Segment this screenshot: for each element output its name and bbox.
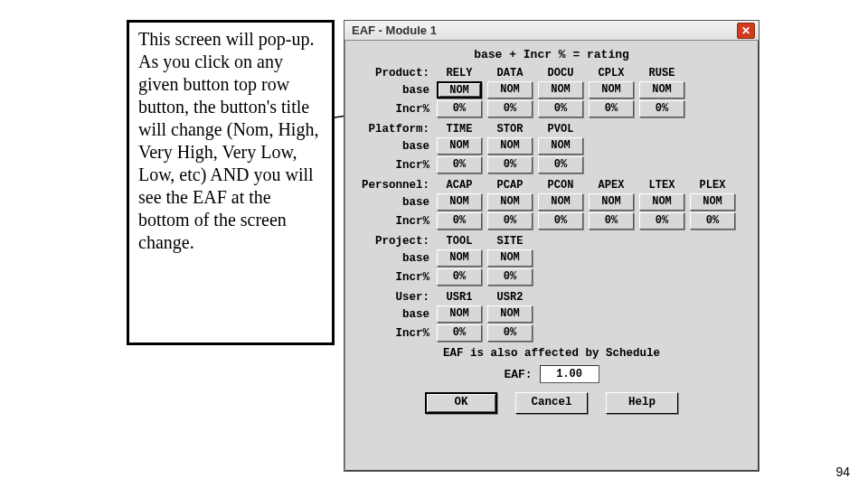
base-button-data[interactable]: NOM	[487, 81, 533, 99]
close-button[interactable]: ✕	[737, 23, 755, 39]
eaf-note: EAF is also affected by Schedule	[355, 347, 748, 360]
incr-label: Incr%	[355, 103, 437, 116]
col-header-plex: PLEX	[690, 179, 735, 192]
base-button-site[interactable]: NOM	[487, 249, 533, 267]
incr-button-usr2[interactable]: 0%	[487, 324, 533, 342]
base-button-time[interactable]: NOM	[437, 137, 482, 155]
col-header-data: DATA	[487, 67, 533, 80]
page-number: 94	[835, 465, 850, 479]
incr-button-pcap[interactable]: 0%	[487, 212, 533, 230]
ok-button[interactable]: OK	[425, 392, 497, 414]
incr-label: Incr%	[355, 159, 437, 172]
col-header-usr2: USR2	[487, 291, 533, 304]
incr-button-ruse[interactable]: 0%	[639, 100, 684, 117]
formula-text: base + Incr % = rating	[355, 48, 748, 61]
eaf-label: EAF:	[504, 368, 532, 381]
col-header-pcon: PCON	[538, 179, 583, 192]
base-button-cplx[interactable]: NOM	[589, 81, 634, 99]
col-header-time: TIME	[437, 123, 482, 136]
section-label: Project:	[355, 235, 437, 248]
dialog-content: base + Incr % = rating Product:RELYDATAD…	[344, 41, 759, 418]
incr-button-data[interactable]: 0%	[487, 100, 533, 117]
base-button-stor[interactable]: NOM	[487, 137, 533, 155]
base-label: base	[355, 140, 437, 153]
incr-button-pcon[interactable]: 0%	[538, 212, 583, 230]
base-button-usr2[interactable]: NOM	[487, 305, 533, 323]
section-label: Platform:	[355, 123, 437, 136]
col-header-rely: RELY	[437, 67, 482, 80]
section-product: Product:RELYDATADOCUCPLXRUSEbaseNOMNOMNO…	[355, 67, 748, 117]
col-header-tool: TOOL	[437, 235, 482, 248]
incr-button-acap[interactable]: 0%	[437, 212, 482, 230]
base-button-plex[interactable]: NOM	[690, 193, 735, 211]
base-label: base	[355, 308, 437, 321]
titlebar: EAF - Module 1 ✕	[344, 21, 759, 41]
action-row: OK Cancel Help	[355, 392, 748, 414]
section-platform: Platform:TIMESTORPVOLbaseNOMNOMNOMIncr%0…	[355, 123, 748, 174]
base-button-tool[interactable]: NOM	[437, 249, 482, 267]
incr-label: Incr%	[355, 327, 437, 340]
incr-button-apex[interactable]: 0%	[589, 212, 634, 230]
incr-button-pvol[interactable]: 0%	[538, 156, 583, 174]
incr-button-site[interactable]: 0%	[487, 268, 533, 286]
section-project: Project:TOOLSITEbaseNOMNOMIncr%0%0%	[355, 235, 748, 286]
incr-button-rely[interactable]: 0%	[437, 100, 482, 117]
close-icon: ✕	[741, 24, 750, 37]
base-button-docu[interactable]: NOM	[538, 81, 583, 99]
col-header-ltex: LTEX	[639, 179, 684, 192]
eaf-dialog: EAF - Module 1 ✕ base + Incr % = rating …	[344, 20, 760, 472]
eaf-row: EAF: 1.00	[355, 365, 748, 383]
incr-button-tool[interactable]: 0%	[437, 268, 482, 286]
incr-button-cplx[interactable]: 0%	[589, 100, 634, 117]
base-button-pcon[interactable]: NOM	[538, 193, 583, 211]
cancel-button[interactable]: Cancel	[515, 392, 588, 414]
col-header-docu: DOCU	[538, 67, 583, 80]
incr-button-docu[interactable]: 0%	[538, 100, 583, 117]
col-header-apex: APEX	[589, 179, 634, 192]
incr-button-time[interactable]: 0%	[437, 156, 482, 174]
incr-label: Incr%	[355, 215, 437, 228]
section-personnel: Personnel:ACAPPCAPPCONAPEXLTEXPLEXbaseNO…	[355, 179, 748, 230]
incr-button-stor[interactable]: 0%	[487, 156, 533, 174]
help-button[interactable]: Help	[606, 392, 678, 414]
base-button-rely[interactable]: NOM	[437, 81, 482, 99]
section-label: Product:	[355, 67, 437, 80]
section-label: User:	[355, 291, 437, 304]
incr-button-ltex[interactable]: 0%	[639, 212, 684, 230]
col-header-acap: ACAP	[437, 179, 482, 192]
base-button-ruse[interactable]: NOM	[639, 81, 684, 99]
section-label: Personnel:	[355, 179, 437, 192]
base-button-pcap[interactable]: NOM	[487, 193, 533, 211]
eaf-value: 1.00	[540, 365, 599, 383]
col-header-ruse: RUSE	[639, 67, 684, 80]
col-header-stor: STOR	[487, 123, 533, 136]
section-user: User:USR1USR2baseNOMNOMIncr%0%0%	[355, 291, 748, 342]
base-button-acap[interactable]: NOM	[437, 193, 482, 211]
annotation-text: This screen will pop-up. As you click on…	[127, 20, 335, 345]
incr-button-plex[interactable]: 0%	[690, 212, 735, 230]
col-header-cplx: CPLX	[589, 67, 634, 80]
dialog-title: EAF - Module 1	[352, 23, 437, 37]
base-button-apex[interactable]: NOM	[589, 193, 634, 211]
col-header-pcap: PCAP	[487, 179, 533, 192]
incr-label: Incr%	[355, 271, 437, 284]
base-button-ltex[interactable]: NOM	[639, 193, 684, 211]
base-button-usr1[interactable]: NOM	[437, 305, 482, 323]
incr-button-usr1[interactable]: 0%	[437, 324, 482, 342]
base-label: base	[355, 196, 437, 209]
base-label: base	[355, 252, 437, 265]
col-header-pvol: PVOL	[538, 123, 583, 136]
base-button-pvol[interactable]: NOM	[538, 137, 583, 155]
col-header-usr1: USR1	[437, 291, 482, 304]
col-header-site: SITE	[487, 235, 533, 248]
base-label: base	[355, 84, 437, 97]
